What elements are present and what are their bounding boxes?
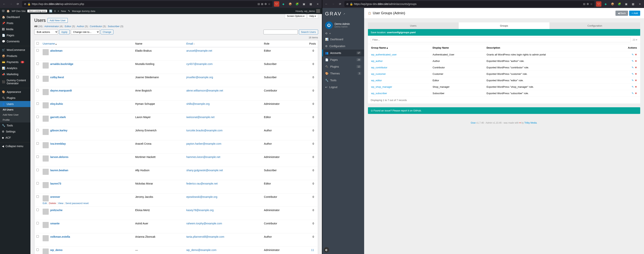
star-icon[interactable]: ☆	[590, 2, 593, 5]
sidebar-item-payments[interactable]: 💳Payments1	[0, 59, 30, 65]
search-input[interactable]	[264, 30, 298, 34]
username-link[interactable]: eloy.kuhic	[50, 102, 63, 105]
email-link[interactable]: alene.williamson@example.net	[186, 89, 223, 92]
plus-icon[interactable]: +	[58, 9, 59, 12]
edit-icon[interactable]: ✎	[632, 66, 634, 69]
username-link[interactable]: gibson.karley	[50, 129, 67, 132]
submenu-profile[interactable]: Profile	[0, 117, 30, 123]
ext-green-icon[interactable]: ▣	[624, 1, 629, 7]
sidebar-item-themes[interactable]: 🎨Themes3	[322, 70, 364, 77]
ext-dark-icon[interactable]: ▦	[308, 1, 314, 7]
sidebar-item-products[interactable]: 📦Products	[0, 53, 30, 59]
grav-logo[interactable]: GRAV↗	[322, 8, 364, 19]
username-link[interactable]: smante	[50, 222, 60, 225]
change-button[interactable]: Change	[101, 30, 114, 34]
submenu-add-new-user[interactable]: Add New User	[0, 112, 30, 117]
site-name[interactable]: WP Dev Site	[12, 10, 26, 12]
row-checkbox[interactable]	[36, 169, 39, 171]
col-email[interactable]: Email	[186, 42, 193, 45]
tab-configuration[interactable]: Configuration	[550, 22, 640, 29]
change-role-select[interactable]: Change role to...	[71, 29, 100, 34]
email-link[interactable]: turcotte.braulio@example.com	[186, 129, 222, 132]
sidebar-item-settings[interactable]: ⚙Settings	[0, 128, 30, 134]
edit-icon[interactable]: ✎	[632, 60, 634, 62]
col-group-name[interactable]: Group Name ▴	[368, 44, 430, 51]
gear-icon[interactable]: ⚙	[586, 2, 589, 5]
howdy[interactable]: Howdy, wp_demo	[296, 10, 315, 12]
refresh-icon[interactable]: ⟲	[325, 32, 328, 35]
row-checkbox[interactable]	[36, 195, 39, 198]
new-link[interactable]: New	[61, 10, 66, 12]
sidebar-item-configuration[interactable]: ⚙Configuration	[322, 43, 364, 50]
row-checkbox[interactable]	[36, 49, 39, 52]
delete-icon[interactable]: ✖	[635, 60, 637, 62]
username-link[interactable]: garrett.stark	[50, 116, 66, 119]
avatar-icon[interactable]	[316, 9, 320, 13]
col-display-name[interactable]: Display Name	[430, 44, 484, 51]
ext-puzzle-icon[interactable]: 🧩	[294, 1, 300, 7]
filter-count[interactable]: 20 ▾	[632, 38, 637, 41]
sidebar-item-appearance[interactable]: 🎨Appearance	[0, 89, 30, 95]
row-checkbox[interactable]	[36, 102, 39, 105]
sidebar-item-analytics[interactable]: 📊Analytics	[0, 65, 30, 71]
email-link[interactable]: shills@example.org	[186, 102, 210, 105]
hamburger-icon[interactable]: ≡	[637, 1, 642, 7]
ext-orange-icon[interactable]: 📦	[610, 1, 615, 7]
sidebar-item-users[interactable]: 👤Users	[0, 101, 30, 107]
back-button[interactable]: ◀ Back	[616, 11, 628, 16]
sidebar-item-pages[interactable]: 📄Pages	[0, 32, 30, 38]
row-checkbox[interactable]	[36, 116, 39, 118]
group-link[interactable]: wp_subscriber	[371, 92, 387, 95]
ext-teal-icon[interactable]: ◆	[281, 1, 286, 7]
email-link[interactable]: tania.pfannerstill@example.com	[186, 235, 224, 238]
email-link[interactable]: jmueller@example.org	[186, 76, 213, 79]
filter-all[interactable]: All	[34, 25, 38, 28]
grid-icon[interactable]: ⊞	[261, 2, 263, 5]
sidebar-item-tools[interactable]: 🔧Tools	[0, 123, 30, 128]
delete-icon[interactable]: ✖	[635, 85, 637, 88]
sidebar-item-acf[interactable]: ◆ACF	[0, 134, 30, 141]
username-link[interactable]: lauren73	[50, 182, 61, 185]
group-link[interactable]: wp_customer	[371, 73, 386, 75]
screen-options-tab[interactable]: Screen Options ▾	[285, 14, 306, 18]
url-bar[interactable]: ⊘ 🔒 https://wp-dev.ddev.site/wp-admin/us…	[22, 1, 272, 7]
row-checkbox[interactable]	[36, 209, 39, 211]
sidebar-item-plugins[interactable]: 🔌Plugins	[0, 95, 30, 101]
filter-subscriber[interactable]: Subscriber	[108, 25, 120, 28]
row-checkbox[interactable]	[36, 155, 39, 158]
username-link[interactable]: colby.feest	[50, 76, 64, 79]
row-checkbox[interactable]	[36, 89, 39, 92]
sidebar-item-media[interactable]: 🖼Media	[0, 26, 30, 32]
group-link[interactable]: wp_authenticated_user	[371, 53, 397, 56]
sidebar-item-tools[interactable]: 🔧Tools	[322, 77, 364, 84]
ext-dark-icon[interactable]: ▦	[630, 1, 636, 7]
star-icon[interactable]: ☆	[268, 2, 270, 5]
ext-green-icon[interactable]: ▣	[301, 1, 307, 7]
email-link[interactable]: payton.harber@example.com	[186, 142, 221, 145]
filter-contributor[interactable]: Contributor	[90, 25, 102, 28]
grav-user[interactable]: ⏻ Demo Admin Demo Admin	[322, 19, 364, 31]
username-link[interactable]: wp_demo	[50, 249, 62, 252]
apply-button[interactable]: Apply	[59, 30, 70, 34]
sidebar-item-collapse-menu[interactable]: ◀Collapse menu	[0, 143, 30, 149]
row-checkbox[interactable]	[36, 62, 39, 65]
sidebar-item-accounts[interactable]: 👥Accounts17	[322, 50, 364, 56]
username-link[interactable]: volkman.estella	[50, 235, 70, 238]
email-link[interactable]: federico.rau@example.net	[186, 182, 218, 185]
row-checkbox[interactable]	[36, 249, 39, 251]
username-link[interactable]: larson.delores	[50, 155, 68, 158]
group-link[interactable]: wp_shop_manager	[371, 85, 392, 88]
reader-icon[interactable]: ⊟	[258, 2, 260, 5]
email-link[interactable]: hammes.keon@example.net	[186, 155, 220, 158]
email-link[interactable]: kasey78@example.org	[186, 209, 214, 212]
reset-link[interactable]: Send password reset	[66, 202, 89, 205]
username-link[interactable]: orenner	[50, 195, 60, 198]
sidebar-item-pages[interactable]: 📄Pages29	[322, 56, 364, 63]
select-all-checkbox[interactable]	[36, 42, 39, 45]
sidebar-item-dummy-content-generator[interactable]: ⬛Dummy Content Generator	[0, 77, 30, 86]
edit-icon[interactable]: ✎	[632, 92, 634, 95]
reader-icon[interactable]: ⊟	[583, 2, 586, 5]
col-username[interactable]: Username	[42, 42, 55, 45]
search-users-button[interactable]: Search Users	[299, 30, 318, 34]
gear-icon[interactable]: ⚙	[264, 2, 267, 5]
